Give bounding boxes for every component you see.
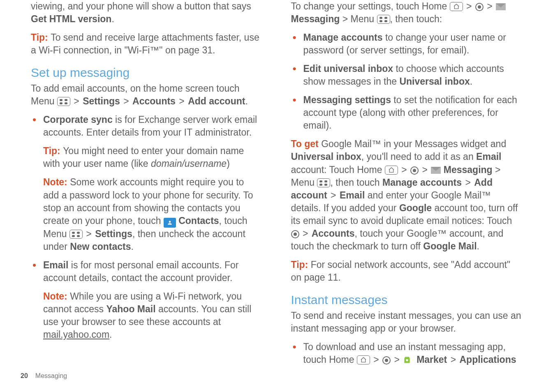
mail-icon (496, 3, 506, 10)
menu-icon (69, 230, 83, 239)
body-text: viewing, and your phone will show a butt… (31, 0, 262, 25)
list-item: Edit universal inbox to choose which acc… (291, 62, 523, 88)
body-text: To change your settings, touch Home > > … (291, 0, 523, 25)
market-icon (403, 356, 411, 364)
page-number: 20 (21, 372, 28, 379)
bullet-list: To download and use an instant messaging… (291, 341, 523, 366)
menu-icon (57, 97, 70, 106)
list-item: Manage accounts to change your user name… (291, 31, 523, 57)
page-footer: 20Messaging (21, 372, 67, 380)
section-name: Messaging (35, 372, 67, 379)
tip-paragraph: Tip: To send and receive large attachmen… (31, 31, 262, 57)
link-text: mail.yahoo.com (43, 329, 109, 340)
launcher-icon (291, 230, 299, 238)
tip-label: Tip: (291, 259, 311, 270)
body-text: To send and receive instant messages, yo… (291, 309, 523, 335)
home-icon (450, 2, 463, 11)
body-text: To get Google Mail™ in your Messages wid… (291, 138, 523, 252)
tip-label: Tip: (31, 32, 51, 43)
menu-icon (377, 15, 390, 24)
section-heading: Set up messaging (31, 66, 262, 80)
note-label: Note: (43, 291, 70, 302)
list-item: Corporate sync is for Exchange server wo… (31, 113, 262, 253)
list-item: Messaging settings to set the notificati… (291, 94, 523, 132)
section-heading: Instant messages (291, 293, 523, 307)
home-icon (385, 166, 398, 175)
list-item: Email is for most personal email account… (31, 259, 262, 341)
menu-icon (317, 178, 330, 187)
body-text: To add email accounts, on the home scree… (31, 82, 262, 108)
launcher-icon (475, 3, 484, 11)
home-icon (357, 355, 370, 364)
tip-paragraph: Tip: For social network accounts, see "A… (291, 258, 523, 284)
tip-label: Tip: (43, 145, 63, 156)
bullet-list: Manage accounts to change your user name… (291, 31, 523, 132)
to-get-label: To get (291, 138, 322, 149)
bullet-list: Corporate sync is for Exchange server wo… (31, 113, 262, 341)
launcher-icon (382, 356, 391, 364)
note-label: Note: (43, 177, 70, 187)
mail-icon (431, 167, 441, 174)
launcher-icon (410, 166, 419, 175)
contacts-icon (164, 218, 176, 228)
list-item: To download and use an instant messaging… (291, 341, 523, 366)
